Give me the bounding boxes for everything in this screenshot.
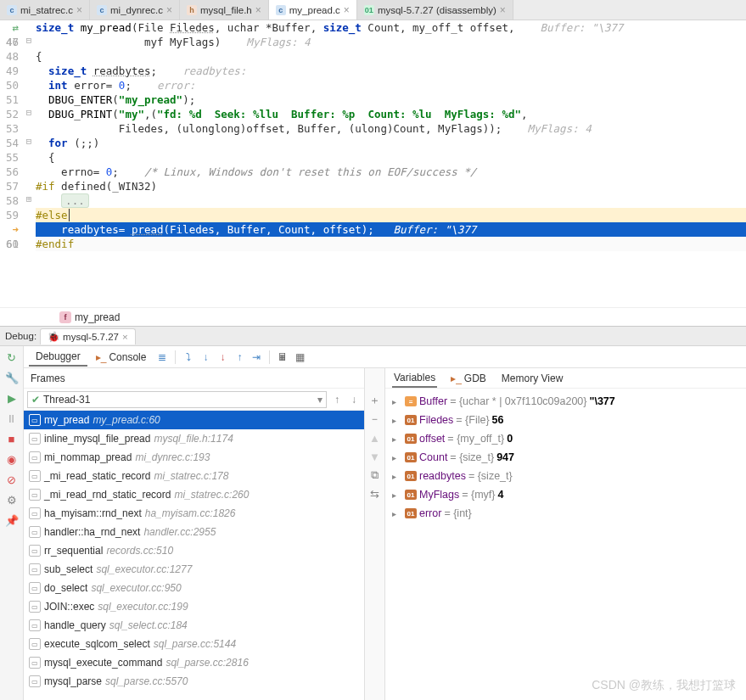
wrench-icon[interactable]: 🔧 <box>4 370 20 385</box>
up-icon[interactable]: ▲ <box>368 431 382 445</box>
add-watch-icon[interactable]: ＋ <box>368 394 382 407</box>
var-value: 56 <box>492 414 504 426</box>
variable-row[interactable]: ▸01 Count = {size_t} 947 <box>389 448 743 467</box>
expand-icon[interactable]: ▸ <box>392 509 402 518</box>
stack-frame[interactable]: ▭ha_myisam::rnd_next ha_myisam.cc:1826 <box>24 504 364 523</box>
variables-list[interactable]: ▸= Buffer = {uchar * | 0x7f110c09a200} "… <box>385 389 746 700</box>
rerun-icon[interactable]: ↻ <box>4 350 20 365</box>
code-area[interactable]: size_t my_pread(File Filedes, uchar *Buf… <box>36 20 746 307</box>
stop-icon[interactable]: ■ <box>4 431 20 446</box>
frame-location: ha_myisam.cc:1826 <box>145 507 236 519</box>
var-type-icon: = <box>405 396 417 406</box>
frame-location: records.cc:510 <box>106 545 173 557</box>
expand-icon[interactable]: ▸ <box>392 434 402 444</box>
variable-row[interactable]: ▸= Buffer = {uchar * | 0x7f110c09a200} "… <box>389 392 743 411</box>
variable-row[interactable]: ▸01 MyFlags = {myf} 4 <box>389 485 743 504</box>
view-breakpoints-icon[interactable]: ◉ <box>4 451 20 467</box>
frame-function: ha_myisam::rnd_next <box>44 507 142 519</box>
copy-icon[interactable]: ⧉ <box>368 468 382 482</box>
expand-icon[interactable]: ▸ <box>392 490 402 500</box>
frame-icon: ▭ <box>29 526 41 538</box>
frame-icon: ▭ <box>29 489 41 501</box>
stack-frame[interactable]: ▭_mi_read_rnd_static_record mi_statrec.c… <box>24 485 364 504</box>
resume-icon[interactable]: ▶ <box>4 390 20 406</box>
stack-frame[interactable]: ▭inline_mysql_file_pread mysql_file.h:11… <box>24 429 364 448</box>
expand-icon[interactable]: ▸ <box>392 472 402 481</box>
breadcrumb-function[interactable]: my_pread <box>75 311 120 323</box>
check-icon: ✔ <box>31 394 40 406</box>
variable-row[interactable]: ▸01 Filedes = {File} 56 <box>389 411 743 429</box>
expand-icon[interactable]: ▸ <box>392 397 402 406</box>
debug-label: Debug: <box>5 331 36 341</box>
stack-frame[interactable]: ▭handle_query sql_select.cc:184 <box>24 616 364 635</box>
run-to-cursor-icon[interactable]: ⇥ <box>249 350 264 365</box>
expand-icon[interactable]: ▸ <box>392 453 402 462</box>
step-out-icon[interactable]: ↑ <box>232 350 247 365</box>
tab-console[interactable]: ▸_Console <box>89 349 154 366</box>
tab-debugger[interactable]: Debugger <box>29 348 87 367</box>
stack-frame[interactable]: ▭sub_select sql_executor.cc:1277 <box>24 560 364 579</box>
threads-icon[interactable]: ≣ <box>154 350 170 365</box>
file-tab[interactable]: cmi_dynrec.c× <box>90 0 180 20</box>
code-editor[interactable]: ⇄ 4647484950515253545556575859➜ 6061 ⊟⊟⊟… <box>0 20 746 307</box>
stack-frame[interactable]: ▭execute_sqlcom_select sql_parse.cc:5144 <box>24 635 364 653</box>
frame-location: mysql_file.h:1174 <box>154 433 233 445</box>
prev-frame-icon[interactable]: ↑ <box>330 393 344 406</box>
expand-icon[interactable]: ▸ <box>392 416 402 425</box>
debug-session-tab[interactable]: 🐞 mysql-5.7.27 × <box>40 328 136 344</box>
evaluate-icon[interactable]: 🖩 <box>275 350 290 365</box>
layout-icon[interactable]: ▦ <box>292 350 307 365</box>
tab-variables[interactable]: Variables <box>392 369 437 388</box>
pin-icon[interactable]: 📌 <box>4 512 20 528</box>
variable-row[interactable]: ▸01 offset = {my_off_t} 0 <box>389 429 743 448</box>
var-type-icon: 01 <box>405 490 417 500</box>
file-type-icon: c <box>7 5 17 15</box>
var-name: error <box>419 507 441 519</box>
stack-frame[interactable]: ▭_mi_read_static_record mi_statrec.c:178 <box>24 467 364 485</box>
stack-frame-list[interactable]: ▭my_pread my_pread.c:60▭inline_mysql_fil… <box>24 411 364 700</box>
file-type-icon: c <box>276 5 286 15</box>
stack-frame[interactable]: ▭my_pread my_pread.c:60 <box>24 411 364 429</box>
stack-frame[interactable]: ▭handler::ha_rnd_next handler.cc:2955 <box>24 523 364 541</box>
line-number-gutter[interactable]: ⇄ 4647484950515253545556575859➜ 6061 <box>0 20 24 307</box>
close-icon[interactable]: × <box>122 332 128 342</box>
tab-gdb[interactable]: ▸_GDB <box>449 370 488 387</box>
pause-icon[interactable]: ⏸ <box>4 411 20 426</box>
frame-location: sql_parse.cc:5570 <box>105 675 188 687</box>
vars-side-toolbar: ＋ － ▲ ▼ ⧉ ⇆ <box>365 368 385 700</box>
variable-row[interactable]: ▸01 readbytes = {size_t} <box>389 467 743 485</box>
remove-watch-icon[interactable]: － <box>368 412 382 426</box>
tab-memory[interactable]: Memory View <box>500 370 564 387</box>
close-icon[interactable]: × <box>76 4 82 16</box>
link-icon[interactable]: ⇆ <box>368 487 382 501</box>
close-icon[interactable]: × <box>255 4 261 16</box>
next-frame-icon[interactable]: ↓ <box>347 393 361 406</box>
file-tab[interactable]: cmy_pread.c× <box>269 0 357 20</box>
settings-icon[interactable]: ⚙ <box>4 492 20 507</box>
close-icon[interactable]: × <box>344 4 350 16</box>
stack-frame[interactable]: ▭mi_nommap_pread mi_dynrec.c:193 <box>24 448 364 467</box>
var-type: = {size_t} <box>450 451 494 463</box>
step-over-icon[interactable]: ⤵ <box>181 350 196 365</box>
thread-selector[interactable]: ✔ Thread-31 ▾ <box>27 391 327 408</box>
fold-column[interactable]: ⊟⊟⊟⊞ <box>24 20 36 307</box>
frame-icon: ▭ <box>29 582 41 594</box>
file-tab[interactable]: hmysql_file.h× <box>180 0 269 20</box>
file-tab[interactable]: cmi_statrec.c× <box>0 0 90 20</box>
close-icon[interactable]: × <box>500 4 506 16</box>
variables-panel: Variables ▸_GDB Memory View ▸= Buffer = … <box>385 368 746 700</box>
stack-frame[interactable]: ▭mysql_execute_command sql_parse.cc:2816 <box>24 653 364 672</box>
file-tab[interactable]: 01mysql-5.7.27 (disassembly)× <box>357 0 513 20</box>
stack-frame[interactable]: ▭do_select sql_executor.cc:950 <box>24 579 364 597</box>
frame-icon: ▭ <box>29 657 41 669</box>
step-into-icon[interactable]: ↓ <box>198 350 213 365</box>
variable-row[interactable]: ▸01 error = {int} <box>389 504 743 523</box>
force-step-into-icon[interactable]: ↓ <box>215 350 230 365</box>
close-icon[interactable]: × <box>166 4 172 16</box>
mute-breakpoints-icon[interactable]: ⊘ <box>4 472 20 487</box>
frame-icon: ▭ <box>29 563 41 575</box>
down-icon[interactable]: ▼ <box>368 450 382 463</box>
stack-frame[interactable]: ▭rr_sequential records.cc:510 <box>24 541 364 560</box>
stack-frame[interactable]: ▭mysql_parse sql_parse.cc:5570 <box>24 672 364 691</box>
stack-frame[interactable]: ▭JOIN::exec sql_executor.cc:199 <box>24 597 364 616</box>
